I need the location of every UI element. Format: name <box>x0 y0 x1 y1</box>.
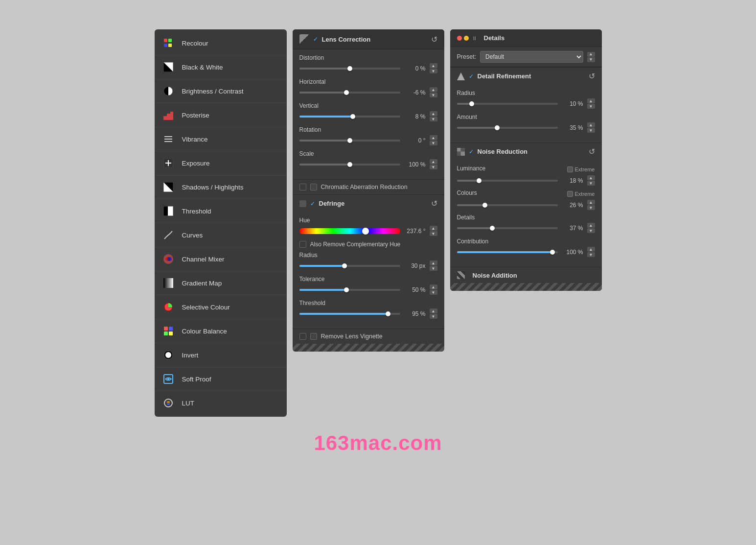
slider-stepper-1[interactable]: ▲ ▼ <box>430 87 437 97</box>
left-item-vibrance[interactable]: Vibrance <box>155 127 287 151</box>
dr-radius-track[interactable] <box>457 103 558 105</box>
minimize-button[interactable] <box>464 36 469 41</box>
slider-thumb-4[interactable] <box>347 162 352 167</box>
hue-thumb[interactable] <box>362 228 369 235</box>
slider-track-3[interactable] <box>299 140 400 142</box>
hue-stepper[interactable]: ▲ ▼ <box>430 226 437 236</box>
slider-track-1[interactable] <box>299 92 400 94</box>
left-item-shadows-highlights[interactable]: Shadows / Highlights <box>155 175 287 199</box>
left-item-lut[interactable]: LUT <box>155 391 287 415</box>
defringe-threshold-decrement[interactable]: ▼ <box>430 314 437 319</box>
slider-decrement-2[interactable]: ▼ <box>430 117 437 121</box>
dr-amount-increment[interactable]: ▲ <box>587 122 595 127</box>
contribution-thumb[interactable] <box>550 250 555 255</box>
detail-refinement-check[interactable]: ✓ <box>469 73 474 80</box>
slider-decrement-0[interactable]: ▼ <box>430 69 437 73</box>
contribution-increment[interactable]: ▲ <box>587 247 595 252</box>
preset-increment[interactable]: ▲ <box>587 52 595 57</box>
left-item-posterise[interactable]: Posterise <box>155 103 287 127</box>
contribution-track[interactable] <box>457 251 558 253</box>
hue-decrement[interactable]: ▼ <box>430 231 437 236</box>
nr-details-thumb[interactable] <box>490 226 495 231</box>
luminance-decrement[interactable]: ▼ <box>587 181 595 186</box>
slider-thumb-1[interactable] <box>344 90 349 95</box>
close-button[interactable] <box>457 36 462 41</box>
dr-radius-increment[interactable]: ▲ <box>587 98 595 103</box>
slider-stepper-2[interactable]: ▲ ▼ <box>430 111 437 121</box>
hue-increment[interactable]: ▲ <box>430 226 437 231</box>
left-item-recolour[interactable]: Recolour <box>155 31 287 55</box>
defringe-radius-track[interactable] <box>299 265 400 267</box>
defringe-check[interactable]: ✓ <box>310 200 315 207</box>
defringe-radius-thumb[interactable] <box>342 263 347 268</box>
defringe-threshold-increment[interactable]: ▲ <box>430 308 437 313</box>
dr-amount-track[interactable] <box>457 127 558 129</box>
dr-radius-thumb[interactable] <box>469 101 474 106</box>
slider-thumb-3[interactable] <box>347 138 352 143</box>
defringe-reset-button[interactable]: ↺ <box>431 199 437 208</box>
nr-details-stepper[interactable]: ▲ ▼ <box>587 223 595 233</box>
dr-amount-thumb[interactable] <box>495 125 500 130</box>
preset-decrement[interactable]: ▼ <box>587 57 595 62</box>
preset-select[interactable]: Default <box>480 51 583 63</box>
luminance-stepper[interactable]: ▲ ▼ <box>587 175 595 186</box>
defringe-threshold-stepper[interactable]: ▲ ▼ <box>430 308 437 319</box>
colours-track[interactable] <box>457 204 558 206</box>
slider-increment-4[interactable]: ▲ <box>430 159 437 164</box>
detail-refinement-reset[interactable]: ↺ <box>589 71 595 81</box>
middle-panel-reset-button[interactable]: ↺ <box>431 35 437 44</box>
slider-decrement-3[interactable]: ▼ <box>430 141 437 145</box>
preset-stepper[interactable]: ▲ ▼ <box>587 52 595 62</box>
vignette-checkbox[interactable] <box>299 333 306 340</box>
luminance-extreme-checkbox[interactable] <box>567 166 573 172</box>
luminance-thumb[interactable] <box>477 178 481 183</box>
dr-amount-stepper[interactable]: ▲ ▼ <box>587 122 595 133</box>
tolerance-increment[interactable]: ▲ <box>430 284 437 289</box>
luminance-track[interactable] <box>457 180 558 182</box>
defringe-threshold-thumb[interactable] <box>386 311 390 316</box>
lens-correction-check[interactable]: ✓ <box>313 36 318 43</box>
colours-stepper[interactable]: ▲ ▼ <box>587 200 595 210</box>
noise-reduction-reset[interactable]: ↺ <box>589 147 595 156</box>
slider-thumb-2[interactable] <box>350 114 355 119</box>
slider-increment-2[interactable]: ▲ <box>430 111 437 116</box>
defringe-threshold-track[interactable] <box>299 313 400 315</box>
defringe-radius-increment[interactable]: ▲ <box>430 261 437 265</box>
contribution-decrement[interactable]: ▼ <box>587 252 595 257</box>
chromatic-aberration-checkbox[interactable] <box>299 184 306 190</box>
tolerance-stepper[interactable]: ▲ ▼ <box>430 284 437 295</box>
noise-reduction-check[interactable]: ✓ <box>469 148 474 155</box>
tolerance-track[interactable] <box>299 289 400 291</box>
slider-stepper-0[interactable]: ▲ ▼ <box>430 63 437 73</box>
slider-track-0[interactable] <box>299 68 400 70</box>
colours-thumb[interactable] <box>482 203 487 208</box>
hue-track[interactable] <box>299 228 400 234</box>
nr-details-track[interactable] <box>457 227 558 229</box>
left-item-soft-proof[interactable]: Soft Proof <box>155 367 287 391</box>
slider-increment-1[interactable]: ▲ <box>430 87 437 92</box>
left-item-invert[interactable]: Invert <box>155 343 287 367</box>
defringe-radius-stepper[interactable]: ▲ ▼ <box>430 261 437 271</box>
left-item-selective-colour[interactable]: Selective Colour <box>155 295 287 319</box>
left-item-gradient-map[interactable]: Gradient Map <box>155 271 287 295</box>
dr-amount-decrement[interactable]: ▼ <box>587 128 595 133</box>
left-item-exposure[interactable]: Exposure <box>155 151 287 175</box>
slider-increment-3[interactable]: ▲ <box>430 135 437 140</box>
slider-track-4[interactable] <box>299 164 400 166</box>
colours-extreme-checkbox[interactable] <box>567 191 573 197</box>
slider-decrement-4[interactable]: ▼ <box>430 165 437 169</box>
left-item-brightness-contrast[interactable]: Brightness / Contrast <box>155 79 287 103</box>
slider-stepper-3[interactable]: ▲ ▼ <box>430 135 437 145</box>
contribution-stepper[interactable]: ▲ ▼ <box>587 247 595 257</box>
nr-details-increment[interactable]: ▲ <box>587 223 595 228</box>
dr-radius-decrement[interactable]: ▼ <box>587 104 595 109</box>
luminance-increment[interactable]: ▲ <box>587 175 595 180</box>
slider-stepper-4[interactable]: ▲ ▼ <box>430 159 437 169</box>
colours-decrement[interactable]: ▼ <box>587 205 595 210</box>
slider-track-2[interactable] <box>299 116 400 118</box>
tolerance-decrement[interactable]: ▼ <box>430 290 437 295</box>
slider-decrement-1[interactable]: ▼ <box>430 93 437 97</box>
nr-details-decrement[interactable]: ▼ <box>587 228 595 233</box>
left-item-curves[interactable]: Curves <box>155 223 287 247</box>
also-remove-checkbox[interactable] <box>299 241 306 248</box>
